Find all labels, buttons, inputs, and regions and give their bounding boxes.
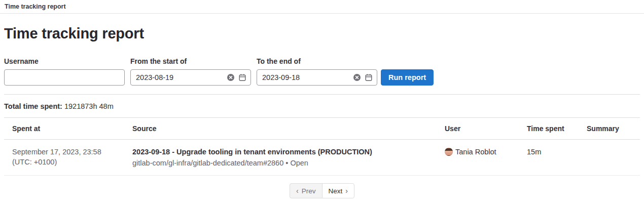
column-header-source: Source bbox=[124, 118, 437, 140]
summary-cell bbox=[579, 140, 640, 176]
time-tracking-table: Spent at Source User Time spent Summary … bbox=[4, 117, 640, 176]
column-header-summary: Summary bbox=[579, 118, 640, 140]
next-page-label: Next bbox=[329, 187, 343, 195]
from-date-field-group: From the start of bbox=[130, 57, 251, 86]
report-filter-form: Username From the start of bbox=[4, 57, 640, 86]
total-time-spent-label: Total time spent: bbox=[4, 102, 62, 110]
clear-icon[interactable] bbox=[353, 73, 361, 81]
total-time-spent-value: 1921873h 48m bbox=[64, 102, 114, 110]
page-title: Time tracking report bbox=[4, 24, 640, 43]
user-link[interactable]: Tania Roblot bbox=[445, 147, 511, 157]
calendar-icon[interactable] bbox=[238, 73, 246, 81]
column-header-user: User bbox=[437, 118, 519, 140]
next-page-button[interactable]: Next › bbox=[322, 183, 354, 198]
to-date-field-group: To the end of bbox=[257, 57, 377, 86]
user-cell: Tania Roblot bbox=[437, 140, 519, 176]
time-spent-cell: 15m bbox=[519, 140, 579, 176]
user-avatar bbox=[445, 148, 453, 156]
dot-separator: • bbox=[285, 159, 288, 167]
form-divider bbox=[4, 94, 640, 95]
prev-page-button[interactable]: ‹ Prev bbox=[290, 183, 322, 198]
chevron-right-icon: › bbox=[345, 187, 348, 194]
to-date-wrap bbox=[257, 69, 377, 86]
user-name: Tania Roblot bbox=[455, 147, 496, 157]
calendar-icon[interactable] bbox=[365, 73, 373, 81]
from-date-label: From the start of bbox=[130, 57, 251, 66]
spent-at-datetime: September 17, 2023, 23:58 bbox=[12, 147, 116, 157]
table-header-row: Spent at Source User Time spent Summary bbox=[4, 118, 640, 140]
source-reference-line: gitlab-com/gl-infra/gitlab-dedicated/tea… bbox=[132, 158, 428, 168]
source-issue-link[interactable]: 2023-09-18 - Upgrade tooling in tenant e… bbox=[132, 147, 372, 157]
breadcrumb-item-time-tracking-report[interactable]: Time tracking report bbox=[5, 3, 66, 10]
from-date-wrap bbox=[130, 69, 251, 86]
spent-at-cell: September 17, 2023, 23:58 (UTC: +0100) bbox=[4, 140, 124, 176]
pagination: ‹ Prev Next › bbox=[4, 183, 640, 198]
username-field-group: Username bbox=[4, 57, 125, 86]
breadcrumb: Time tracking report bbox=[0, 0, 644, 14]
username-label: Username bbox=[4, 57, 125, 66]
run-report-button[interactable]: Run report bbox=[381, 69, 434, 86]
spent-at-timezone: (UTC: +0100) bbox=[12, 157, 116, 167]
username-input[interactable] bbox=[4, 69, 125, 86]
clear-icon[interactable] bbox=[227, 73, 235, 81]
column-header-time-spent: Time spent bbox=[519, 118, 579, 140]
main-content: Time tracking report Username From the s… bbox=[0, 24, 644, 198]
source-cell: 2023-09-18 - Upgrade tooling in tenant e… bbox=[124, 140, 437, 176]
column-header-spent-at: Spent at bbox=[4, 118, 124, 140]
to-date-label: To the end of bbox=[257, 57, 377, 66]
prev-page-label: Prev bbox=[302, 187, 316, 195]
total-time-spent: Total time spent: 1921873h 48m bbox=[4, 102, 640, 110]
source-reference: gitlab-com/gl-infra/gitlab-dedicated/tea… bbox=[132, 159, 283, 167]
source-state: Open bbox=[290, 159, 308, 167]
table-row: September 17, 2023, 23:58 (UTC: +0100) 2… bbox=[4, 140, 640, 176]
chevron-left-icon: ‹ bbox=[296, 187, 299, 194]
